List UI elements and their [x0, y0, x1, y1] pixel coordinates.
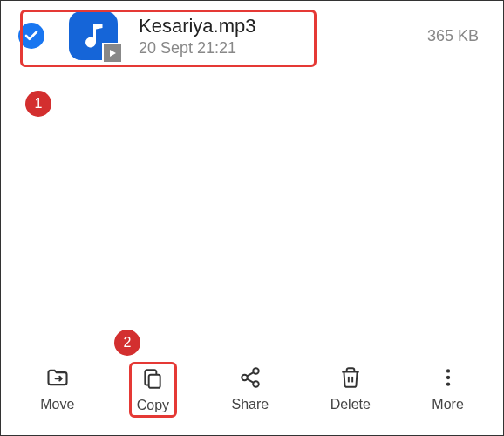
file-row[interactable]: Kesariya.mp3 20 Sept 21:21 365 KB — [1, 1, 503, 71]
annotation-badge-1: 1 — [25, 91, 51, 117]
svg-point-3 — [242, 375, 248, 381]
svg-point-10 — [446, 376, 449, 379]
file-info: Kesariya.mp3 20 Sept 21:21 — [139, 15, 427, 58]
file-date: 20 Sept 21:21 — [139, 39, 427, 58]
share-button[interactable]: Share — [225, 362, 276, 418]
svg-point-2 — [253, 368, 259, 374]
copy-button[interactable]: Copy — [129, 362, 177, 418]
share-icon — [238, 365, 262, 390]
more-button[interactable]: More — [425, 362, 470, 418]
svg-point-11 — [446, 382, 449, 385]
move-button[interactable]: Move — [33, 362, 81, 418]
more-icon — [436, 365, 460, 390]
file-name: Kesariya.mp3 — [139, 15, 427, 37]
bottom-action-bar: Move Copy Share Delete More — [1, 350, 503, 435]
svg-line-5 — [247, 379, 253, 383]
svg-line-6 — [247, 372, 253, 376]
play-icon — [107, 48, 118, 58]
share-label: Share — [232, 397, 269, 412]
svg-rect-1 — [149, 375, 160, 388]
copy-label: Copy — [137, 398, 169, 413]
trash-icon — [338, 365, 363, 390]
delete-button[interactable]: Delete — [324, 362, 378, 418]
copy-icon — [140, 366, 165, 391]
move-label: Move — [40, 397, 74, 412]
svg-point-4 — [253, 381, 259, 387]
svg-point-9 — [446, 369, 449, 372]
file-size: 365 KB — [427, 27, 479, 45]
svg-marker-0 — [110, 50, 116, 57]
move-icon — [45, 365, 70, 390]
delete-label: Delete — [330, 397, 371, 412]
play-badge — [102, 43, 123, 64]
check-icon — [24, 28, 39, 44]
music-file-icon — [69, 11, 118, 60]
checkbox-selected[interactable] — [18, 23, 44, 49]
more-label: More — [432, 397, 463, 412]
